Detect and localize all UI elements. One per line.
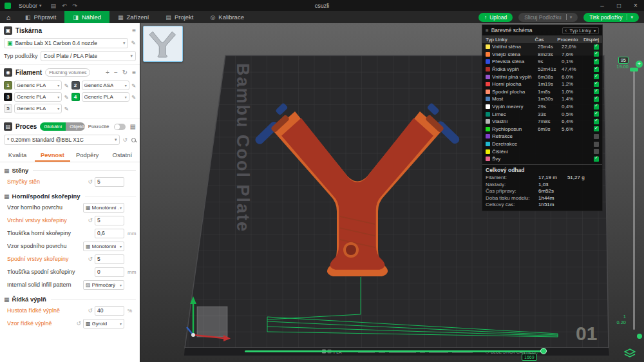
printer-edit-icon[interactable]: ✎ — [131, 40, 136, 46]
filament-number-chip[interactable]: 3 — [4, 93, 12, 101]
top-pattern-select[interactable]: ▦ Monotónní .. ▾ — [83, 203, 124, 213]
filament-edit-icon[interactable]: ✎ — [64, 106, 68, 112]
display-checkbox[interactable] — [594, 82, 599, 87]
plate-type-select[interactable]: Cool Plate / PLA Plate ▾ — [41, 51, 136, 61]
display-checkbox[interactable] — [594, 59, 599, 64]
main-tab[interactable]: ◧ Připravit — [17, 11, 64, 23]
process-scope-toggle[interactable]: Globální Objekty — [40, 122, 84, 131]
bottom-thickness-input[interactable] — [95, 267, 124, 277]
scope-global[interactable]: Globální — [40, 122, 66, 131]
process-preset-select[interactable]: * 0.20mm Standard @BBL X1C ▾ — [4, 135, 120, 145]
move-slider-track[interactable] — [245, 350, 545, 352]
wipe-tower[interactable] — [197, 307, 227, 337]
filament-number-chip[interactable]: 5 — [4, 104, 12, 113]
main-tab[interactable]: ◨ Náhled — [64, 11, 109, 23]
filament-edit-icon[interactable]: ✎ — [64, 82, 68, 89]
main-tab[interactable]: ▦ Zařízení — [109, 11, 157, 23]
file-menu[interactable]: Soubor ▾ — [15, 0, 46, 11]
undo-icon[interactable]: ↶ — [62, 3, 67, 9]
infill-pattern-select[interactable]: ▩ Gyroid ▾ — [83, 319, 124, 329]
bottom-pattern-select[interactable]: ▦ Monotónní ▾ — [83, 242, 124, 251]
layer-slider-track[interactable] — [633, 70, 635, 330]
viewport-3d[interactable]: Bambu Cool Plate PLA ◇BLUE STICK CAN HEL… — [140, 23, 644, 362]
wall-loops-input[interactable] — [95, 177, 124, 187]
revert-icon[interactable]: ↺ — [76, 320, 81, 327]
display-checkbox[interactable] — [594, 142, 599, 147]
main-tab[interactable]: ▤ Projekt — [157, 11, 202, 23]
display-checkbox[interactable] — [594, 52, 599, 57]
display-checkbox[interactable] — [594, 126, 599, 131]
display-checkbox[interactable] — [594, 104, 599, 110]
process-tab[interactable]: Pevnost — [35, 149, 70, 162]
revert-icon[interactable]: ↺ — [88, 256, 93, 262]
maximize-button[interactable]: □ — [611, 0, 627, 11]
filament-edit-icon[interactable]: ✎ — [131, 82, 136, 89]
main-tab[interactable]: ◎ Kalibrace — [202, 11, 252, 23]
internal-solid-pattern-select[interactable]: ▨ Přímočarý ▾ — [83, 280, 124, 290]
chevron-down-icon: ▾ — [594, 28, 596, 33]
move-slider-handle[interactable] — [540, 348, 547, 354]
flushing-volumes-button[interactable]: Flushing volumes — [45, 68, 90, 77]
revert-icon[interactable]: ↺ — [88, 178, 93, 185]
filament-select[interactable]: Generic PLA ▾ — [14, 81, 62, 90]
remove-filament-icon[interactable]: − — [114, 69, 118, 76]
upload-button[interactable]: ↑ Upload — [478, 13, 513, 22]
home-icon[interactable]: ⌂ — [0, 14, 17, 21]
display-checkbox[interactable] — [594, 44, 599, 50]
filament-number-chip[interactable]: 4 — [71, 93, 80, 101]
revert-icon[interactable]: ↺ — [88, 307, 93, 314]
sync-filament-icon[interactable]: ↻ — [122, 69, 128, 76]
bottom-layers-input[interactable] — [95, 254, 124, 264]
chevron-left-icon[interactable]: ‹ — [565, 28, 567, 33]
slice-plate-button[interactable]: Slicuj Podložku ▾ — [518, 13, 578, 22]
filament-edit-icon[interactable]: ✎ — [131, 94, 136, 100]
plate-thumbnail[interactable] — [143, 26, 183, 62]
print-plate-button[interactable]: Tisk podložky ▾ — [583, 13, 639, 22]
display-checkbox[interactable] — [594, 119, 599, 124]
top-thickness-input[interactable] — [95, 229, 124, 238]
filament-number-chip[interactable]: 2 — [71, 81, 80, 90]
layer-slider-add-button[interactable]: + — [636, 61, 643, 68]
filament-settings-icon[interactable]: ≡ — [132, 69, 136, 76]
filament-select[interactable]: Generic ASA ▾ — [82, 81, 129, 90]
filament-select[interactable]: Generic PLA ▾ — [14, 92, 62, 102]
display-checkbox[interactable] — [594, 149, 599, 154]
process-tab[interactable]: Podpěry — [70, 149, 105, 162]
infill-density-input[interactable] — [95, 306, 124, 316]
view-mode-select[interactable]: ‹ Typ Linky ▾ — [562, 27, 599, 34]
display-checkbox[interactable] — [594, 74, 599, 79]
process-tab[interactable]: Ostatní — [105, 149, 140, 162]
minimize-button[interactable]: – — [594, 0, 611, 11]
printer-section-header: ▣ Tiskárna ≡ — [0, 23, 140, 37]
scope-objects[interactable]: Objekty — [66, 122, 84, 131]
display-checkbox[interactable] — [594, 89, 599, 94]
legend-row: Spodní plocha 1m8s 1,0% — [482, 88, 602, 96]
param-row: Hustota řídké výplně ↺ % — [0, 304, 140, 317]
layer-slider-bottom-button[interactable] — [637, 334, 642, 339]
redo-icon[interactable]: ↷ — [73, 3, 78, 9]
save-icon[interactable]: ▤ — [51, 3, 57, 9]
filament-select[interactable]: Generic PLA ▾ — [14, 104, 62, 113]
filament-edit-icon[interactable]: ✎ — [64, 94, 68, 100]
top-layers-input[interactable] — [95, 216, 124, 225]
filament-number-chip[interactable]: 1 — [4, 81, 12, 90]
display-checkbox[interactable] — [594, 97, 599, 102]
reset-preset-icon[interactable]: ↺ — [122, 137, 128, 143]
display-checkbox[interactable] — [594, 111, 599, 117]
display-checkbox[interactable] — [594, 157, 599, 162]
display-checkbox[interactable] — [594, 134, 599, 139]
layers-view-icon[interactable] — [624, 348, 636, 359]
revert-icon[interactable]: ↺ — [88, 217, 93, 224]
printer-settings-icon[interactable]: ≡ — [132, 27, 136, 34]
search-icon[interactable] — [131, 138, 136, 142]
printer-select[interactable]: ▣ Bambu Lab X1 Carbon 0.4 nozzle ▾ — [4, 38, 128, 48]
process-tab[interactable]: Kvalita — [0, 149, 35, 162]
display-checkbox[interactable] — [594, 67, 599, 72]
param-table-icon[interactable]: ▦ — [130, 123, 136, 130]
add-filament-icon[interactable]: + — [106, 69, 109, 76]
close-button[interactable]: × — [627, 0, 644, 11]
filament-select[interactable]: Generic PLA ▾ — [82, 92, 129, 102]
advanced-toggle[interactable] — [114, 124, 126, 130]
param-row: Tloušťka horní skořepiny mm — [0, 227, 140, 240]
layer-slider-handle[interactable] — [630, 68, 638, 71]
